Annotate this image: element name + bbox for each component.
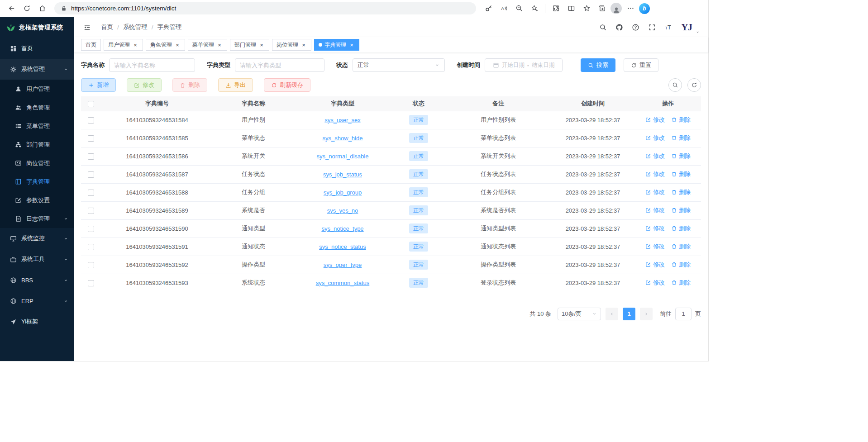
fullscreen-button[interactable]	[645, 20, 658, 34]
tab[interactable]: 部门管理×	[230, 39, 269, 51]
row-checkbox[interactable]	[88, 208, 94, 214]
profile-avatar[interactable]	[610, 3, 622, 14]
sidebar-item-role[interactable]: 角色管理	[0, 98, 74, 117]
dict-type-link[interactable]: sys_common_status	[316, 280, 370, 286]
date-range-picker[interactable]: 开始日期 - 结束日期	[485, 58, 563, 72]
extensions-button[interactable]	[549, 2, 563, 15]
tab-close-icon[interactable]: ×	[216, 42, 223, 48]
tab[interactable]: 字典管理×	[314, 39, 359, 51]
dict-type-link[interactable]: sys_show_hide	[323, 135, 363, 142]
back-button[interactable]	[5, 2, 18, 15]
tab[interactable]: 首页	[81, 39, 101, 51]
edit-row-link[interactable]: 修改	[645, 279, 665, 287]
row-checkbox[interactable]	[88, 171, 94, 178]
reset-button[interactable]: 重置	[624, 58, 658, 72]
delete-row-link[interactable]: 删除	[671, 188, 691, 196]
split-screen-button[interactable]	[564, 2, 578, 15]
dict-type-link[interactable]: sys_job_group	[324, 189, 362, 196]
tab[interactable]: 用户管理×	[104, 39, 143, 51]
edit-row-link[interactable]: 修改	[645, 224, 665, 233]
delete-row-link[interactable]: 删除	[671, 134, 691, 142]
prev-page-button[interactable]	[606, 308, 618, 320]
row-checkbox[interactable]	[88, 244, 94, 250]
tab-close-icon[interactable]: ×	[300, 42, 307, 48]
delete-row-link[interactable]: 删除	[671, 261, 691, 269]
refresh-button[interactable]	[20, 2, 33, 15]
tab-close-icon[interactable]: ×	[174, 42, 181, 48]
page-size-select[interactable]: 10条/页	[558, 308, 601, 320]
sidebar-item-log[interactable]: 日志管理	[0, 209, 74, 228]
more-menu-button[interactable]	[624, 2, 637, 15]
add-favorite-button[interactable]	[528, 2, 541, 15]
edit-row-link[interactable]: 修改	[645, 242, 665, 251]
row-checkbox[interactable]	[88, 262, 94, 268]
tab[interactable]: 菜单管理×	[188, 39, 227, 51]
sidebar-item-bbs[interactable]: BBS	[0, 270, 74, 290]
tab-close-icon[interactable]: ×	[348, 42, 355, 48]
edit-row-link[interactable]: 修改	[645, 170, 665, 178]
refresh-cache-button[interactable]: 刷新缓存	[264, 78, 310, 92]
address-bar[interactable]: https://ccnetcore.com:1101/system/dict	[54, 2, 476, 14]
row-checkbox[interactable]	[88, 226, 94, 232]
user-brand-logo[interactable]: YJ	[681, 22, 692, 33]
breadcrumb-item[interactable]: 首页	[101, 23, 113, 31]
row-checkbox[interactable]	[88, 153, 94, 160]
font-size-button[interactable]	[661, 20, 675, 34]
tab-close-icon[interactable]: ×	[132, 42, 138, 48]
sidebar-item-dept[interactable]: 部门管理	[0, 135, 74, 154]
collections-button[interactable]	[595, 2, 609, 15]
edit-row-link[interactable]: 修改	[645, 188, 665, 196]
collapse-sidebar-button[interactable]	[80, 20, 94, 34]
password-key-button[interactable]	[482, 2, 495, 15]
row-checkbox[interactable]	[88, 280, 94, 286]
favorites-button[interactable]	[580, 2, 593, 15]
export-button[interactable]: 导出	[218, 78, 253, 92]
next-page-button[interactable]	[640, 308, 653, 320]
delete-row-link[interactable]: 删除	[671, 206, 691, 214]
row-checkbox[interactable]	[88, 135, 94, 142]
search-button[interactable]: 搜索	[581, 58, 615, 72]
tab[interactable]: 岗位管理×	[272, 39, 311, 51]
dict-type-link[interactable]: sys_notice_status	[319, 243, 366, 250]
delete-row-link[interactable]: 删除	[671, 279, 691, 287]
header-search-button[interactable]	[596, 20, 610, 34]
delete-row-link[interactable]: 删除	[671, 152, 691, 160]
sidebar-item-config[interactable]: 参数设置	[0, 191, 74, 209]
dict-type-link[interactable]: sys_yes_no	[327, 207, 358, 214]
tab[interactable]: 角色管理×	[146, 39, 185, 51]
edit-row-link[interactable]: 修改	[645, 261, 665, 269]
toggle-search-button[interactable]	[668, 78, 682, 92]
goto-page-input[interactable]	[675, 308, 692, 320]
help-button[interactable]	[629, 20, 642, 34]
edit-row-link[interactable]: 修改	[645, 134, 665, 142]
row-checkbox[interactable]	[88, 190, 94, 196]
delete-row-link[interactable]: 删除	[671, 116, 691, 124]
dict-name-input[interactable]	[109, 58, 195, 72]
read-aloud-button[interactable]	[497, 2, 510, 15]
delete-button[interactable]: 删除	[172, 78, 207, 92]
sidebar-item-user[interactable]: 用户管理	[0, 80, 74, 98]
sidebar-item-dict[interactable]: 字典管理	[0, 172, 74, 191]
edit-button[interactable]: 修改	[127, 78, 162, 92]
tab-close-icon[interactable]: ×	[258, 42, 265, 48]
dict-type-link[interactable]: sys_user_sex	[324, 117, 360, 124]
delete-row-link[interactable]: 删除	[671, 224, 691, 233]
add-button[interactable]: 新增	[81, 78, 116, 92]
delete-row-link[interactable]: 删除	[671, 242, 691, 251]
dict-type-link[interactable]: sys_notice_type	[321, 225, 363, 232]
sidebar-item-menu[interactable]: 菜单管理	[0, 117, 74, 135]
zoom-button[interactable]	[512, 2, 526, 15]
dict-type-link[interactable]: sys_oper_type	[324, 261, 362, 268]
sidebar-item-erp[interactable]: ERP	[0, 290, 74, 311]
sidebar-item-tools[interactable]: 系统工具	[0, 249, 74, 270]
dict-type-link[interactable]: sys_normal_disable	[317, 153, 369, 160]
chevron-down-icon[interactable]	[696, 30, 700, 34]
status-select[interactable]: 正常	[353, 58, 445, 72]
sidebar-item-system[interactable]: 系统管理	[0, 59, 74, 80]
refresh-table-button[interactable]	[687, 78, 701, 92]
dict-type-input[interactable]	[235, 58, 324, 72]
sidebar-item-home[interactable]: 首页	[0, 38, 74, 59]
edit-row-link[interactable]: 修改	[645, 152, 665, 160]
edit-row-link[interactable]: 修改	[645, 206, 665, 214]
row-checkbox[interactable]	[88, 117, 94, 124]
